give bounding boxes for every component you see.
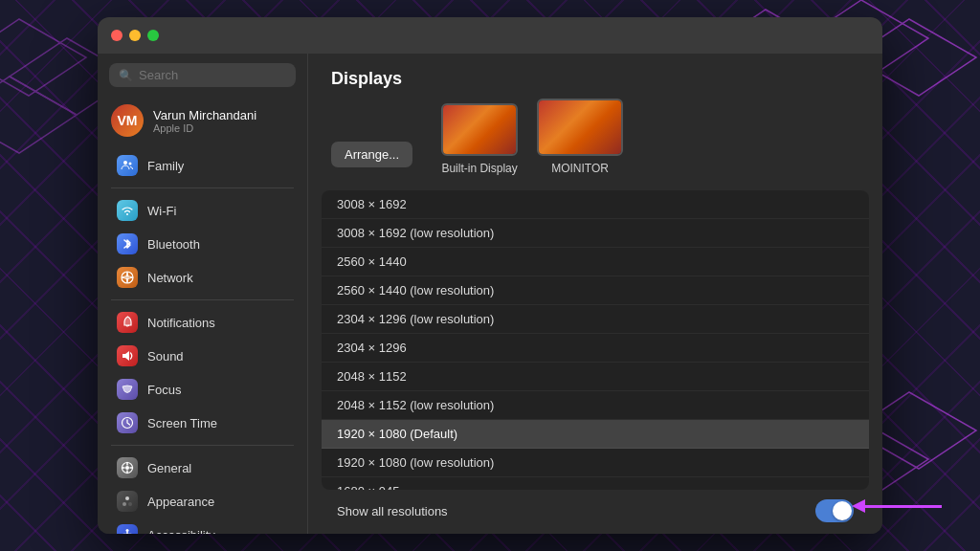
sidebar-item-accessibility[interactable]: Accessibility: [103, 518, 301, 534]
external-display-label: MOINITOR: [551, 162, 609, 175]
sidebar-label-network: Network: [147, 271, 193, 285]
resolution-item-7[interactable]: 2048 × 1152 (low resolution): [322, 391, 869, 420]
main-panel: Displays Arrange... Built-in Display MOI…: [308, 54, 882, 534]
resolution-item-6[interactable]: 2048 × 1152: [322, 363, 869, 391]
sidebar-item-focus[interactable]: Focus: [103, 373, 301, 406]
sidebar-item-sound[interactable]: Sound: [103, 340, 301, 372]
family-icon: [117, 155, 138, 176]
divider-2: [111, 299, 294, 300]
notifications-icon: [117, 312, 138, 333]
show-all-label: Show all resolutions: [337, 504, 448, 518]
focus-icon: [117, 379, 138, 400]
panel-header: Displays: [308, 54, 882, 99]
avatar: VM: [111, 104, 144, 137]
resolution-item-9[interactable]: 1920 × 1080 (low resolution): [322, 449, 869, 477]
sidebar-item-wifi[interactable]: Wi-Fi: [103, 194, 301, 227]
maximize-button[interactable]: [147, 30, 159, 41]
titlebar: [98, 17, 882, 54]
displays-monitors: Arrange... Built-in Display MOINITOR: [308, 99, 882, 190]
sidebar-item-notifications[interactable]: Notifications: [103, 306, 301, 339]
sidebar-item-screentime[interactable]: Screen Time: [103, 407, 301, 439]
network-icon: [117, 267, 138, 288]
user-profile[interactable]: VM Varun Mirchandani Apple ID: [98, 97, 307, 144]
sidebar-label-bluetooth: Bluetooth: [147, 237, 200, 252]
sidebar-item-appearance[interactable]: Appearance: [103, 485, 301, 518]
arrow-head: [852, 499, 865, 513]
accessibility-icon: [117, 524, 138, 534]
resolution-item-2[interactable]: 2560 × 1440: [322, 248, 869, 276]
divider-1: [111, 187, 294, 188]
sidebar-item-bluetooth[interactable]: Bluetooth: [103, 228, 301, 260]
builtin-display-label: Built-in Display: [441, 162, 517, 175]
svg-point-4: [125, 466, 129, 470]
show-all-row: Show all resolutions: [322, 490, 869, 534]
user-subtitle: Apple ID: [153, 122, 256, 134]
page-title: Displays: [331, 69, 402, 88]
sidebar-item-network[interactable]: Network: [103, 261, 301, 294]
builtin-display-item: Built-in Display: [441, 103, 518, 175]
arrange-button[interactable]: Arrange...: [331, 142, 412, 167]
minimize-button[interactable]: [129, 30, 141, 41]
user-name: Varun Mirchandani: [153, 108, 256, 122]
resolution-item-8[interactable]: 1920 × 1080 (Default): [322, 420, 869, 449]
resolution-item-0[interactable]: 3008 × 1692: [322, 190, 869, 219]
resolution-item-4[interactable]: 2304 × 1296 (low resolution): [322, 305, 869, 334]
builtin-display-thumb: [441, 103, 518, 156]
search-bar[interactable]: 🔍: [109, 63, 296, 87]
svg-point-1: [129, 163, 132, 165]
sidebar-label-focus: Focus: [147, 383, 181, 397]
search-icon: 🔍: [119, 69, 133, 82]
sidebar-label-accessibility: Accessibility: [147, 528, 215, 535]
divider-3: [111, 445, 294, 446]
svg-point-0: [123, 161, 127, 165]
builtin-display-image: [443, 105, 516, 154]
sidebar-label-general: General: [147, 461, 191, 475]
sidebar-label-notifications: Notifications: [147, 316, 215, 330]
resolutions-list: 3008 × 1692 3008 × 1692 (low resolution)…: [322, 190, 869, 490]
resolution-item-5[interactable]: 2304 × 1296: [322, 334, 869, 363]
sidebar-item-family[interactable]: Family: [103, 149, 301, 182]
close-button[interactable]: [111, 30, 122, 41]
appearance-icon: [117, 491, 138, 512]
sidebar: 🔍 VM Varun Mirchandani Apple ID Famil: [98, 54, 308, 534]
search-input[interactable]: [139, 68, 286, 82]
resolution-item-1[interactable]: 3008 × 1692 (low resolution): [322, 219, 869, 248]
sidebar-label-screentime: Screen Time: [147, 416, 217, 430]
svg-point-7: [125, 496, 129, 500]
external-display-image: [539, 100, 621, 154]
content-area: 🔍 VM Varun Mirchandani Apple ID Famil: [98, 54, 882, 534]
resolution-item-10[interactable]: 1680 × 945: [322, 477, 869, 490]
main-window: 🔍 VM Varun Mirchandani Apple ID Famil: [98, 17, 882, 534]
traffic-lights: [111, 30, 159, 41]
toggle-knob: [833, 501, 852, 520]
svg-point-9: [126, 529, 129, 532]
sidebar-label-appearance: Appearance: [147, 495, 214, 509]
sidebar-label-family: Family: [147, 159, 184, 173]
svg-point-8: [128, 502, 132, 506]
bluetooth-icon: [117, 233, 138, 254]
sidebar-label-wifi: Wi-Fi: [147, 204, 176, 218]
show-all-toggle[interactable]: [815, 499, 854, 522]
general-icon: [117, 457, 138, 478]
sidebar-items-list: Family Wi-Fi Bluetooth: [98, 148, 307, 534]
external-display-item: MOINITOR: [537, 99, 623, 175]
sidebar-label-sound: Sound: [147, 349, 184, 364]
sidebar-item-general[interactable]: General: [103, 452, 301, 484]
svg-point-6: [122, 502, 126, 506]
resolution-item-3[interactable]: 2560 × 1440 (low resolution): [322, 276, 869, 305]
external-display-thumb: [537, 99, 623, 156]
sound-icon: [117, 345, 138, 366]
user-info: Varun Mirchandani Apple ID: [153, 108, 256, 134]
wifi-icon: [117, 200, 138, 221]
arrow-line: [865, 505, 942, 508]
screentime-icon: [117, 412, 138, 433]
arrow-annotation: [852, 499, 942, 513]
